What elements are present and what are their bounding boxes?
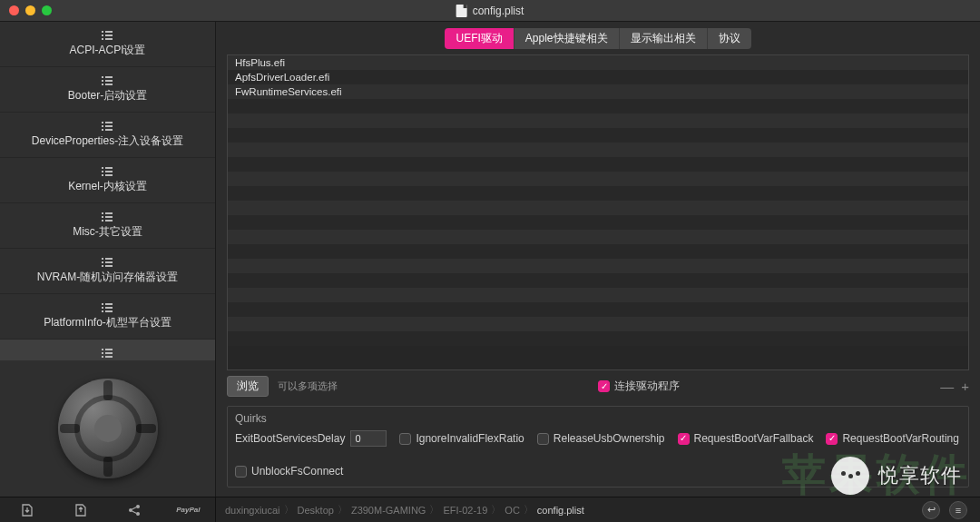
close-button[interactable] [9, 5, 19, 15]
sidebar-item-3[interactable]: Kernel-内核设置 [0, 158, 215, 203]
multi-select-hint: 可以多项选择 [278, 379, 338, 393]
quirk-RequestBootVarRouting[interactable]: RequestBootVarRouting [826, 432, 959, 445]
quirk-IgnoreInvalidFlexRatio[interactable]: IgnoreInvalidFlexRatio [399, 432, 524, 445]
share-icon[interactable] [126, 502, 142, 518]
window-title: config.plist [473, 5, 524, 17]
sidebar-item-5[interactable]: NVRAM-随机访问存储器设置 [0, 249, 215, 294]
sidebar-item-label: Booter-启动设置 [68, 88, 147, 103]
sidebar-item-label: ACPI-ACPI设置 [69, 43, 145, 58]
list-icon [102, 258, 114, 267]
tab-3[interactable]: 协议 [708, 28, 751, 49]
list-icon [102, 212, 114, 222]
sidebar-item-label: Misc-其它设置 [73, 224, 142, 240]
sidebar-item-1[interactable]: Booter-启动设置 [0, 67, 215, 113]
list-item [228, 143, 968, 157]
list-icon [102, 31, 114, 40]
list-item [228, 317, 968, 331]
list-view-button[interactable]: ≡ [949, 501, 967, 519]
tab-0[interactable]: UEFI驱动 [445, 28, 514, 49]
drivers-list[interactable]: HfsPlus.efiApfsDriverLoader.efiFwRuntime… [227, 54, 969, 370]
checkbox-icon [235, 466, 247, 478]
tab-2[interactable]: 显示输出相关 [620, 28, 708, 49]
tabs: UEFI驱动Apple快捷键相关显示输出相关协议 [216, 22, 980, 54]
chevron-right-icon: 〉 [524, 503, 534, 517]
list-item[interactable]: FwRuntimeServices.efi [228, 84, 968, 99]
chevron-right-icon: 〉 [429, 503, 439, 517]
svg-point-2 [136, 512, 140, 516]
list-item [228, 331, 968, 346]
list-icon [102, 303, 114, 312]
document-icon [456, 5, 467, 17]
list-item [228, 186, 968, 201]
list-item[interactable]: HfsPlus.efi [228, 55, 968, 70]
list-item [228, 230, 968, 244]
list-item [228, 288, 968, 302]
titlebar: config.plist [0, 0, 980, 22]
paypal-icon[interactable]: PayPal [180, 502, 196, 518]
export-icon[interactable] [73, 502, 89, 518]
list-item [228, 99, 968, 113]
list-icon [102, 167, 114, 176]
list-item [228, 244, 968, 259]
breadcrumb-item[interactable]: EFI-02-19 [443, 505, 487, 516]
list-icon [102, 349, 114, 358]
exit-boot-delay-input[interactable] [350, 430, 387, 447]
list-item [228, 273, 968, 288]
breadcrumb[interactable]: duxingxiucai〉Desktop〉Z390M-GAMING〉EFI-02… [216, 503, 922, 517]
sidebar-item-label: PlatformInfo-机型平台设置 [44, 315, 172, 330]
dial-widget[interactable] [58, 379, 158, 478]
add-button[interactable]: + [961, 379, 969, 394]
breadcrumb-item[interactable]: config.plist [537, 505, 584, 516]
browse-button[interactable]: 浏览 [227, 376, 269, 397]
list-icon [102, 122, 114, 131]
checkbox-icon [678, 433, 690, 445]
sidebar-item-0[interactable]: ACPI-ACPI设置 [0, 22, 215, 67]
chevron-right-icon: 〉 [284, 503, 294, 517]
breadcrumb-item[interactable]: Z390M-GAMING [351, 505, 426, 516]
sidebar: ACPI-ACPI设置Booter-启动设置DeviceProperties-注… [0, 22, 216, 497]
list-item [228, 113, 968, 128]
remove-button[interactable]: — [940, 379, 954, 394]
sidebar-item-2[interactable]: DeviceProperties-注入设备设置 [0, 113, 215, 158]
list-item[interactable]: ApfsDriverLoader.efi [228, 70, 968, 84]
quirk-RequestBootVarFallback[interactable]: RequestBootVarFallback [678, 432, 814, 445]
import-icon[interactable] [19, 502, 35, 518]
list-item [228, 201, 968, 215]
list-item [228, 302, 968, 317]
back-nav-button[interactable]: ↩ [922, 501, 940, 519]
breadcrumb-item[interactable]: duxingxiucai [225, 505, 280, 516]
minimize-button[interactable] [25, 5, 35, 15]
breadcrumb-item[interactable]: OC [505, 505, 520, 516]
svg-point-1 [136, 505, 140, 508]
sidebar-item-6[interactable]: PlatformInfo-机型平台设置 [0, 294, 215, 340]
list-icon [102, 76, 114, 85]
list-item [228, 128, 968, 143]
list-item [228, 259, 968, 273]
tab-1[interactable]: Apple快捷键相关 [514, 28, 620, 49]
list-item [228, 157, 968, 172]
quirk-UnblockFsConnect[interactable]: UnblockFsConnect [235, 465, 343, 478]
list-item [228, 215, 968, 230]
chevron-right-icon: 〉 [338, 503, 348, 517]
checkbox-icon [399, 433, 411, 445]
checkbox-icon [598, 380, 610, 392]
sidebar-item-label: NVRAM-随机访问存储器设置 [37, 270, 178, 285]
list-item [228, 172, 968, 186]
zoom-button[interactable] [42, 5, 52, 15]
quirks-panel: Quirks ExitBootServicesDelayIgnoreInvali… [227, 406, 969, 488]
quirk-ReleaseUsbOwnership[interactable]: ReleaseUsbOwnership [537, 432, 665, 445]
breadcrumb-item[interactable]: Desktop [298, 505, 334, 516]
sidebar-item-7[interactable]: UEFI-UEFI设置 [0, 340, 215, 360]
exit-boot-delay-label: ExitBootServicesDelay [235, 432, 345, 445]
quirks-title: Quirks [235, 412, 961, 425]
sidebar-item-label: DeviceProperties-注入设备设置 [32, 133, 183, 149]
checkbox-icon [826, 433, 838, 445]
sidebar-item-4[interactable]: Misc-其它设置 [0, 203, 215, 249]
connect-drivers-checkbox[interactable]: 连接驱动程序 [598, 379, 680, 394]
bottom-bar: PayPal duxingxiucai〉Desktop〉Z390M-GAMING… [0, 497, 980, 522]
checkbox-icon [537, 433, 549, 445]
sidebar-item-label: Kernel-内核设置 [68, 179, 147, 194]
chevron-right-icon: 〉 [491, 503, 501, 517]
